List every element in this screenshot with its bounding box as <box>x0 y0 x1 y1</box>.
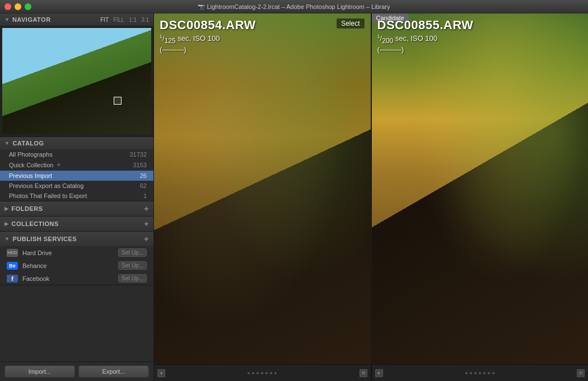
publish-services-header[interactable]: ▼ Publish Services + <box>0 232 153 246</box>
folders-arrow: ▶ <box>4 206 9 211</box>
filmstrip-dot <box>265 372 268 374</box>
harddrive-icon: HDD <box>7 249 18 257</box>
catalog-title: Catalog <box>12 140 44 147</box>
catalog-header[interactable]: ▼ Catalog <box>0 137 153 149</box>
left-photo-overlay <box>154 13 371 364</box>
catalog-quick-collection-label: Quick Collection + <box>9 161 133 169</box>
panel-spacer <box>0 285 153 361</box>
title-label: LightroomCatalog-2-2.lrcat – Adobe Photo… <box>207 3 390 10</box>
left-panel: ▼ Navigator FIT FILL 1:1 3:1 ▼ Catalog <box>0 13 154 381</box>
collections-arrow: ▶ <box>4 221 9 227</box>
publish-arrow: ▼ <box>4 236 10 242</box>
filmstrip-dot <box>248 372 250 374</box>
select-badge: Select <box>336 18 365 29</box>
catalog-row-previous-import[interactable]: Previous Import 26 <box>0 171 153 181</box>
filmstrip-dot <box>474 372 477 374</box>
folders-header[interactable]: ▶ Folders + <box>0 201 153 216</box>
right-filmstrip-collapse[interactable]: ▾ <box>375 369 383 377</box>
publish-services-title: Publish Services <box>12 236 77 242</box>
catalog-previous-export-count: 62 <box>140 182 147 189</box>
behance-setup-button[interactable]: Set Up... <box>118 261 147 270</box>
navigator-image-container <box>0 26 153 137</box>
collections-add-button[interactable]: + <box>144 219 149 228</box>
catalog-arrow: ▼ <box>4 140 10 146</box>
app-icon: 📷 <box>198 3 204 10</box>
publish-item-behance[interactable]: Be Behance Set Up... <box>0 259 153 272</box>
left-filmstrip-collapse[interactable]: ▾ <box>157 369 165 377</box>
left-filmstrip-pane: ▾ ✕ <box>154 365 372 381</box>
left-filmstrip-dots <box>165 372 360 374</box>
left-photo-background <box>154 13 371 364</box>
collections-title: Collections <box>12 220 59 227</box>
nav-1to1[interactable]: 1:1 <box>129 17 137 23</box>
collections-header[interactable]: ▶ Collections + <box>0 217 153 231</box>
navigator-highlight <box>114 97 122 105</box>
catalog-row-previous-export[interactable]: Previous Export as Catalog 62 <box>0 181 153 191</box>
filmstrip-dot <box>479 372 481 374</box>
candidate-badge: Candidate <box>372 13 409 22</box>
main-layout: ▼ Navigator FIT FILL 1:1 3:1 ▼ Catalog <box>0 13 588 381</box>
collections-section: ▶ Collections + <box>0 217 153 232</box>
maximize-button[interactable] <box>25 3 31 10</box>
catalog-row-all-photos[interactable]: All Photographs 31732 <box>0 149 153 159</box>
catalog-row-quick-collection[interactable]: Quick Collection + 3153 <box>0 159 153 171</box>
filmstrip-dot <box>470 372 472 374</box>
filmstrip-dot <box>483 372 486 374</box>
content-area: DSC00854.ARW 1/125 sec, ISO 100 (———) Se… <box>154 13 588 381</box>
bottom-buttons: Import... Export... <box>0 361 153 381</box>
folders-section: ▶ Folders + <box>0 201 153 217</box>
filmstrip-dot <box>274 372 277 374</box>
import-button[interactable]: Import... <box>4 365 75 378</box>
navigator-options: FIT FILL 1:1 3:1 <box>100 17 149 23</box>
window-controls <box>4 3 31 10</box>
filmstrip-dot <box>252 372 254 374</box>
filmstrip-dot <box>256 372 259 374</box>
compare-area: DSC00854.ARW 1/125 sec, ISO 100 (———) Se… <box>154 13 588 364</box>
export-button[interactable]: Export... <box>78 365 149 378</box>
filmstrip-dot <box>492 372 494 374</box>
candidate-photo-panel: Candidate DSC00855.ARW 1/200 sec, ISO 10… <box>372 13 589 364</box>
right-filmstrip-dots <box>383 372 577 374</box>
navigator-header[interactable]: ▼ Navigator FIT FILL 1:1 3:1 <box>0 13 153 26</box>
facebook-setup-button[interactable]: Set Up... <box>118 274 147 283</box>
right-filmstrip-close[interactable]: ✕ <box>577 369 585 377</box>
close-button[interactable] <box>4 3 11 10</box>
publish-services-section: ▼ Publish Services + HDD Hard Drive Set … <box>0 232 153 285</box>
publish-add-button[interactable]: + <box>144 234 149 243</box>
publish-item-harddrive[interactable]: HDD Hard Drive Set Up... <box>0 246 153 259</box>
folders-title: Folders <box>12 205 43 212</box>
harddrive-setup-button[interactable]: Set Up... <box>118 248 147 257</box>
navigator-title: Navigator <box>12 16 51 23</box>
nav-3to1[interactable]: 3:1 <box>141 17 149 23</box>
navigator-section: ▼ Navigator FIT FILL 1:1 3:1 <box>0 13 153 137</box>
catalog-previous-export-label: Previous Export as Catalog <box>9 182 140 189</box>
catalog-previous-import-label: Previous Import <box>9 172 140 179</box>
navigator-image <box>2 28 151 134</box>
right-filmstrip-pane: ▾ ✕ <box>372 365 589 381</box>
harddrive-label: Hard Drive <box>22 250 118 256</box>
behance-icon: Be <box>7 262 18 270</box>
catalog-all-photos-label: All Photographs <box>9 151 129 158</box>
filmstrip-dot <box>465 372 468 374</box>
titlebar: 📷 LightroomCatalog-2-2.lrcat – Adobe Pho… <box>0 0 588 13</box>
catalog-previous-import-count: 26 <box>140 172 147 179</box>
facebook-icon: f <box>7 275 18 283</box>
nav-fit[interactable]: FIT <box>100 17 109 23</box>
filmstrip-dot <box>261 372 263 374</box>
catalog-failed-export-count: 1 <box>143 192 147 199</box>
publish-item-facebook[interactable]: f Facebook Set Up... <box>0 272 153 285</box>
filmstrip-dot <box>488 372 490 374</box>
left-filmstrip-close[interactable]: ✕ <box>360 369 367 377</box>
behance-label: Behance <box>22 262 118 269</box>
minimize-button[interactable] <box>15 3 21 10</box>
folders-add-button[interactable]: + <box>144 204 149 213</box>
select-photo-panel: DSC00854.ARW 1/125 sec, ISO 100 (———) Se… <box>154 13 372 364</box>
window-title: 📷 LightroomCatalog-2-2.lrcat – Adobe Pho… <box>198 3 390 10</box>
nav-fill[interactable]: FILL <box>113 17 124 23</box>
catalog-all-photos-count: 31732 <box>129 151 147 158</box>
catalog-section: ▼ Catalog All Photographs 31732 Quick Co… <box>0 137 153 201</box>
catalog-failed-export-label: Photos That Failed to Export <box>9 192 143 199</box>
navigator-arrow: ▼ <box>4 17 10 22</box>
catalog-row-failed-export[interactable]: Photos That Failed to Export 1 <box>0 191 153 201</box>
filmstrip-dot <box>270 372 272 374</box>
